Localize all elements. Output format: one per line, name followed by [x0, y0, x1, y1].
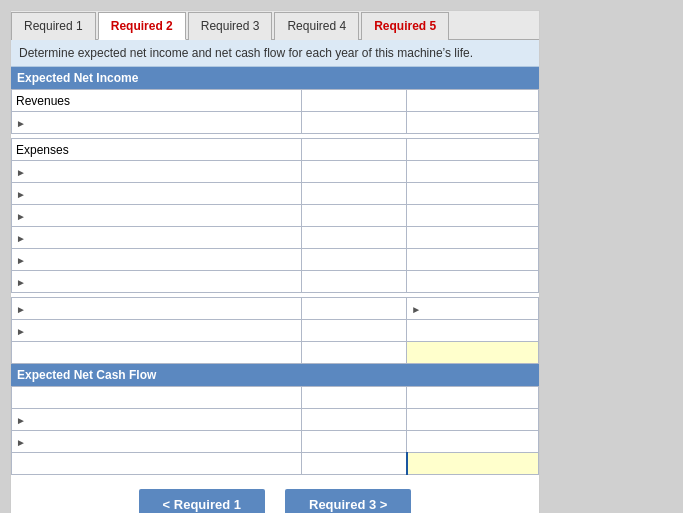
arrow-icon: ► [16, 118, 26, 129]
arrow-icon: ► [16, 277, 26, 288]
prev-button[interactable]: Required 1 [139, 489, 265, 513]
cash-flow-result-value[interactable] [407, 453, 539, 475]
cash-flow-result-mid[interactable] [301, 453, 406, 475]
prev-arrow-icon [163, 497, 174, 512]
expenses-mid-input[interactable] [301, 139, 406, 161]
net-income-result-value[interactable] [407, 342, 539, 364]
input-cell[interactable] [407, 183, 539, 205]
cash-flow-right-2[interactable] [407, 409, 539, 431]
arrow-icon: ► [16, 437, 26, 448]
input-cell[interactable] [301, 205, 406, 227]
revenues-row: Revenues [12, 90, 539, 112]
input-cell[interactable] [407, 227, 539, 249]
info-bar: Determine expected net income and net ca… [11, 40, 539, 67]
tab-required-3[interactable]: Required 3 [188, 12, 273, 40]
tab-required-1[interactable]: Required 1 [11, 12, 96, 40]
cash-flow-label-1 [12, 387, 302, 409]
cash-flow-right-3[interactable] [407, 431, 539, 453]
cash-flow-mid-3[interactable] [301, 431, 406, 453]
input-cell[interactable] [301, 271, 406, 293]
next-button[interactable]: Required 3 [285, 489, 411, 513]
arrow-icon: ► [16, 211, 26, 222]
input-cell[interactable] [301, 320, 406, 342]
table-row: ► [12, 249, 539, 271]
cash-flow-result-label [12, 453, 302, 475]
net-income-header: Expected Net Income [11, 67, 539, 89]
input-cell[interactable] [301, 183, 406, 205]
page-container: Required 1 Required 2 Required 3 Require… [10, 10, 540, 513]
input-cell[interactable] [301, 227, 406, 249]
table-row [12, 387, 539, 409]
net-income-table: Revenues ► Expenses ► [11, 89, 539, 364]
input-cell: ► [407, 298, 539, 320]
expenses-row: Expenses [12, 139, 539, 161]
main-table-area: Expected Net Income Revenues ► Expenses [11, 67, 539, 475]
table-row: ► [12, 409, 539, 431]
table-row: ► ► [12, 298, 539, 320]
net-cash-flow-header: Expected Net Cash Flow [11, 364, 539, 386]
net-cash-flow-result-row [12, 453, 539, 475]
cash-flow-mid-2[interactable] [301, 409, 406, 431]
table-row: ► [12, 205, 539, 227]
input-cell[interactable] [407, 249, 539, 271]
arrow-icon: ► [16, 255, 26, 266]
input-cell[interactable] [301, 298, 406, 320]
expenses-label: Expenses [12, 139, 302, 161]
revenues-right-input[interactable] [407, 90, 539, 112]
input-cell[interactable] [407, 112, 539, 134]
input-cell[interactable] [407, 205, 539, 227]
arrow-icon: ► [16, 415, 26, 426]
table-row: ► [12, 112, 539, 134]
tab-required-2[interactable]: Required 2 [98, 12, 186, 40]
input-cell[interactable] [301, 249, 406, 271]
info-text: Determine expected net income and net ca… [19, 46, 473, 60]
table-row: ► [12, 183, 539, 205]
table-row: ► [12, 271, 539, 293]
input-cell[interactable] [407, 320, 539, 342]
revenues-mid-input[interactable] [301, 90, 406, 112]
expenses-right-input[interactable] [407, 139, 539, 161]
net-income-result-mid[interactable] [301, 342, 406, 364]
arrow-icon: ► [16, 233, 26, 244]
arrow-icon: ► [16, 189, 26, 200]
arrow-icon: ► [16, 326, 26, 337]
revenues-label: Revenues [12, 90, 302, 112]
arrow-icon: ► [411, 304, 421, 315]
table-row: ► [12, 227, 539, 249]
navigation-buttons: Required 1 Required 3 [11, 475, 539, 513]
input-cell[interactable] [301, 161, 406, 183]
table-row: ► [12, 431, 539, 453]
tab-required-5[interactable]: Required 5 [361, 12, 449, 40]
table-row: ► [12, 161, 539, 183]
arrow-icon: ► [16, 167, 26, 178]
next-arrow-icon [376, 497, 387, 512]
net-cash-flow-table: ► ► [11, 386, 539, 475]
input-cell[interactable] [407, 161, 539, 183]
tab-bar: Required 1 Required 2 Required 3 Require… [11, 11, 539, 40]
input-cell[interactable] [301, 112, 406, 134]
tab-required-4[interactable]: Required 4 [274, 12, 359, 40]
table-row: ► [12, 320, 539, 342]
net-income-result-label [12, 342, 302, 364]
cash-flow-mid-1[interactable] [301, 387, 406, 409]
cash-flow-right-1[interactable] [407, 387, 539, 409]
arrow-icon: ► [16, 304, 26, 315]
input-cell[interactable] [407, 271, 539, 293]
net-income-result-row [12, 342, 539, 364]
